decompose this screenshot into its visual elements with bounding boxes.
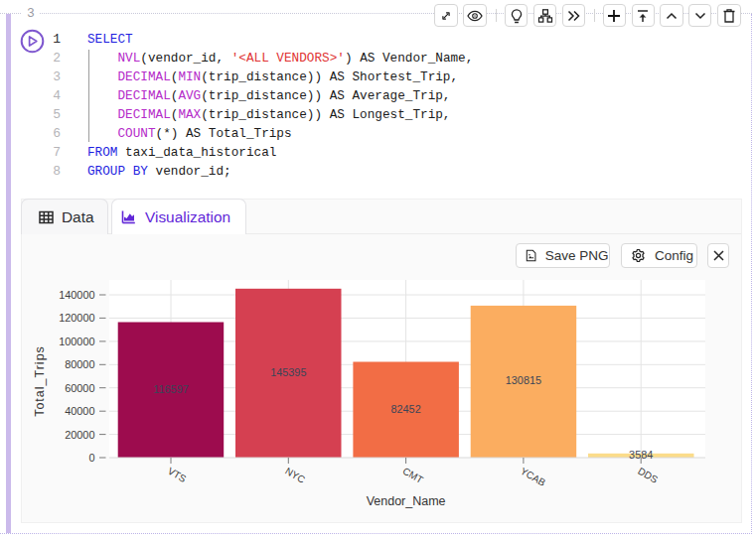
svg-text:20000: 20000 [65,429,94,441]
svg-text:0: 0 [88,452,94,464]
svg-text:40000: 40000 [65,405,94,417]
svg-text:80000: 80000 [65,358,94,370]
svg-text:130815: 130815 [506,374,541,386]
svg-text:82452: 82452 [390,403,420,415]
svg-text:60000: 60000 [65,382,94,394]
svg-text:DDS: DDS [636,466,660,485]
svg-text:YCAB: YCAB [519,466,547,488]
svg-text:116597: 116597 [153,383,189,395]
svg-text:140000: 140000 [59,289,94,301]
svg-text:100000: 100000 [59,336,94,347]
svg-text:CMT: CMT [401,466,425,485]
svg-text:NYC: NYC [283,466,307,485]
svg-text:VTS: VTS [166,466,189,484]
svg-text:Vendor_Name: Vendor_Name [367,494,446,508]
svg-text:120000: 120000 [59,312,94,324]
svg-text:3584: 3584 [629,449,653,461]
svg-text:Total_Trips: Total_Trips [33,345,47,417]
svg-text:145395: 145395 [270,366,306,378]
